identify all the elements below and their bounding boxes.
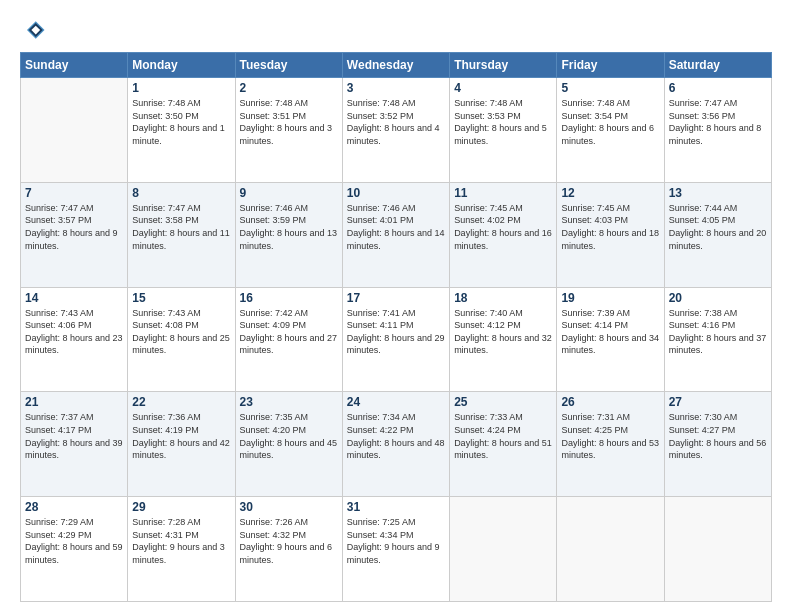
day-number: 26 bbox=[561, 395, 659, 409]
day-info: Sunrise: 7:25 AMSunset: 4:34 PMDaylight:… bbox=[347, 516, 445, 566]
calendar-cell: 31Sunrise: 7:25 AMSunset: 4:34 PMDayligh… bbox=[342, 497, 449, 602]
day-info: Sunrise: 7:48 AMSunset: 3:52 PMDaylight:… bbox=[347, 97, 445, 147]
calendar-cell: 19Sunrise: 7:39 AMSunset: 4:14 PMDayligh… bbox=[557, 287, 664, 392]
calendar-cell: 21Sunrise: 7:37 AMSunset: 4:17 PMDayligh… bbox=[21, 392, 128, 497]
day-number: 15 bbox=[132, 291, 230, 305]
calendar-cell bbox=[557, 497, 664, 602]
calendar-cell: 12Sunrise: 7:45 AMSunset: 4:03 PMDayligh… bbox=[557, 182, 664, 287]
day-number: 8 bbox=[132, 186, 230, 200]
calendar-cell: 23Sunrise: 7:35 AMSunset: 4:20 PMDayligh… bbox=[235, 392, 342, 497]
day-number: 12 bbox=[561, 186, 659, 200]
day-number: 13 bbox=[669, 186, 767, 200]
weekday-header-friday: Friday bbox=[557, 53, 664, 78]
day-info: Sunrise: 7:38 AMSunset: 4:16 PMDaylight:… bbox=[669, 307, 767, 357]
calendar-week-1: 1Sunrise: 7:48 AMSunset: 3:50 PMDaylight… bbox=[21, 78, 772, 183]
calendar-week-5: 28Sunrise: 7:29 AMSunset: 4:29 PMDayligh… bbox=[21, 497, 772, 602]
calendar-cell: 4Sunrise: 7:48 AMSunset: 3:53 PMDaylight… bbox=[450, 78, 557, 183]
day-info: Sunrise: 7:31 AMSunset: 4:25 PMDaylight:… bbox=[561, 411, 659, 461]
calendar-week-2: 7Sunrise: 7:47 AMSunset: 3:57 PMDaylight… bbox=[21, 182, 772, 287]
day-number: 10 bbox=[347, 186, 445, 200]
calendar-cell: 28Sunrise: 7:29 AMSunset: 4:29 PMDayligh… bbox=[21, 497, 128, 602]
day-number: 18 bbox=[454, 291, 552, 305]
calendar-cell: 30Sunrise: 7:26 AMSunset: 4:32 PMDayligh… bbox=[235, 497, 342, 602]
day-number: 4 bbox=[454, 81, 552, 95]
calendar-cell: 1Sunrise: 7:48 AMSunset: 3:50 PMDaylight… bbox=[128, 78, 235, 183]
calendar-cell: 3Sunrise: 7:48 AMSunset: 3:52 PMDaylight… bbox=[342, 78, 449, 183]
logo-icon bbox=[20, 16, 48, 44]
day-info: Sunrise: 7:41 AMSunset: 4:11 PMDaylight:… bbox=[347, 307, 445, 357]
day-info: Sunrise: 7:28 AMSunset: 4:31 PMDaylight:… bbox=[132, 516, 230, 566]
day-info: Sunrise: 7:48 AMSunset: 3:51 PMDaylight:… bbox=[240, 97, 338, 147]
day-info: Sunrise: 7:35 AMSunset: 4:20 PMDaylight:… bbox=[240, 411, 338, 461]
calendar-cell: 5Sunrise: 7:48 AMSunset: 3:54 PMDaylight… bbox=[557, 78, 664, 183]
day-number: 2 bbox=[240, 81, 338, 95]
day-number: 27 bbox=[669, 395, 767, 409]
day-number: 3 bbox=[347, 81, 445, 95]
calendar-cell: 14Sunrise: 7:43 AMSunset: 4:06 PMDayligh… bbox=[21, 287, 128, 392]
calendar-cell: 29Sunrise: 7:28 AMSunset: 4:31 PMDayligh… bbox=[128, 497, 235, 602]
calendar-cell: 24Sunrise: 7:34 AMSunset: 4:22 PMDayligh… bbox=[342, 392, 449, 497]
calendar-cell: 20Sunrise: 7:38 AMSunset: 4:16 PMDayligh… bbox=[664, 287, 771, 392]
day-number: 20 bbox=[669, 291, 767, 305]
day-info: Sunrise: 7:26 AMSunset: 4:32 PMDaylight:… bbox=[240, 516, 338, 566]
day-number: 24 bbox=[347, 395, 445, 409]
day-info: Sunrise: 7:43 AMSunset: 4:06 PMDaylight:… bbox=[25, 307, 123, 357]
calendar-cell: 27Sunrise: 7:30 AMSunset: 4:27 PMDayligh… bbox=[664, 392, 771, 497]
day-info: Sunrise: 7:37 AMSunset: 4:17 PMDaylight:… bbox=[25, 411, 123, 461]
day-info: Sunrise: 7:47 AMSunset: 3:56 PMDaylight:… bbox=[669, 97, 767, 147]
day-number: 23 bbox=[240, 395, 338, 409]
day-info: Sunrise: 7:42 AMSunset: 4:09 PMDaylight:… bbox=[240, 307, 338, 357]
day-number: 7 bbox=[25, 186, 123, 200]
day-info: Sunrise: 7:47 AMSunset: 3:57 PMDaylight:… bbox=[25, 202, 123, 252]
day-info: Sunrise: 7:46 AMSunset: 4:01 PMDaylight:… bbox=[347, 202, 445, 252]
day-info: Sunrise: 7:30 AMSunset: 4:27 PMDaylight:… bbox=[669, 411, 767, 461]
weekday-header-wednesday: Wednesday bbox=[342, 53, 449, 78]
calendar-week-3: 14Sunrise: 7:43 AMSunset: 4:06 PMDayligh… bbox=[21, 287, 772, 392]
day-info: Sunrise: 7:45 AMSunset: 4:03 PMDaylight:… bbox=[561, 202, 659, 252]
day-number: 5 bbox=[561, 81, 659, 95]
weekday-header-sunday: Sunday bbox=[21, 53, 128, 78]
day-number: 19 bbox=[561, 291, 659, 305]
calendar-cell bbox=[21, 78, 128, 183]
day-number: 9 bbox=[240, 186, 338, 200]
calendar-cell: 6Sunrise: 7:47 AMSunset: 3:56 PMDaylight… bbox=[664, 78, 771, 183]
day-number: 14 bbox=[25, 291, 123, 305]
calendar-cell: 10Sunrise: 7:46 AMSunset: 4:01 PMDayligh… bbox=[342, 182, 449, 287]
weekday-header-row: SundayMondayTuesdayWednesdayThursdayFrid… bbox=[21, 53, 772, 78]
calendar-cell: 22Sunrise: 7:36 AMSunset: 4:19 PMDayligh… bbox=[128, 392, 235, 497]
day-info: Sunrise: 7:48 AMSunset: 3:53 PMDaylight:… bbox=[454, 97, 552, 147]
day-info: Sunrise: 7:33 AMSunset: 4:24 PMDaylight:… bbox=[454, 411, 552, 461]
weekday-header-thursday: Thursday bbox=[450, 53, 557, 78]
day-number: 1 bbox=[132, 81, 230, 95]
day-info: Sunrise: 7:48 AMSunset: 3:54 PMDaylight:… bbox=[561, 97, 659, 147]
logo bbox=[20, 16, 52, 44]
calendar-cell: 9Sunrise: 7:46 AMSunset: 3:59 PMDaylight… bbox=[235, 182, 342, 287]
day-info: Sunrise: 7:39 AMSunset: 4:14 PMDaylight:… bbox=[561, 307, 659, 357]
day-number: 16 bbox=[240, 291, 338, 305]
calendar-cell: 26Sunrise: 7:31 AMSunset: 4:25 PMDayligh… bbox=[557, 392, 664, 497]
weekday-header-monday: Monday bbox=[128, 53, 235, 78]
calendar-cell: 13Sunrise: 7:44 AMSunset: 4:05 PMDayligh… bbox=[664, 182, 771, 287]
day-info: Sunrise: 7:29 AMSunset: 4:29 PMDaylight:… bbox=[25, 516, 123, 566]
calendar-cell bbox=[664, 497, 771, 602]
calendar-week-4: 21Sunrise: 7:37 AMSunset: 4:17 PMDayligh… bbox=[21, 392, 772, 497]
day-info: Sunrise: 7:40 AMSunset: 4:12 PMDaylight:… bbox=[454, 307, 552, 357]
day-info: Sunrise: 7:44 AMSunset: 4:05 PMDaylight:… bbox=[669, 202, 767, 252]
calendar-cell: 15Sunrise: 7:43 AMSunset: 4:08 PMDayligh… bbox=[128, 287, 235, 392]
day-info: Sunrise: 7:34 AMSunset: 4:22 PMDaylight:… bbox=[347, 411, 445, 461]
day-number: 21 bbox=[25, 395, 123, 409]
day-number: 22 bbox=[132, 395, 230, 409]
day-number: 31 bbox=[347, 500, 445, 514]
day-info: Sunrise: 7:43 AMSunset: 4:08 PMDaylight:… bbox=[132, 307, 230, 357]
day-info: Sunrise: 7:46 AMSunset: 3:59 PMDaylight:… bbox=[240, 202, 338, 252]
calendar-cell: 16Sunrise: 7:42 AMSunset: 4:09 PMDayligh… bbox=[235, 287, 342, 392]
day-number: 30 bbox=[240, 500, 338, 514]
day-info: Sunrise: 7:36 AMSunset: 4:19 PMDaylight:… bbox=[132, 411, 230, 461]
calendar-cell bbox=[450, 497, 557, 602]
calendar-cell: 17Sunrise: 7:41 AMSunset: 4:11 PMDayligh… bbox=[342, 287, 449, 392]
calendar-cell: 7Sunrise: 7:47 AMSunset: 3:57 PMDaylight… bbox=[21, 182, 128, 287]
calendar-cell: 2Sunrise: 7:48 AMSunset: 3:51 PMDaylight… bbox=[235, 78, 342, 183]
calendar-table: SundayMondayTuesdayWednesdayThursdayFrid… bbox=[20, 52, 772, 602]
weekday-header-saturday: Saturday bbox=[664, 53, 771, 78]
day-number: 11 bbox=[454, 186, 552, 200]
